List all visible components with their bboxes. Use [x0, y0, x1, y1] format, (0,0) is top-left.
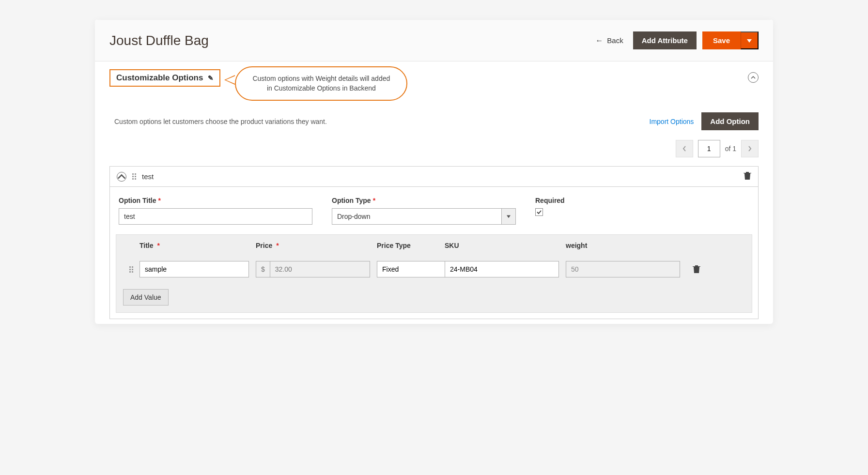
option-collapse-toggle[interactable]: [117, 172, 126, 182]
col-weight-label: weight: [566, 242, 687, 249]
callout-bubble: Custom options with Weight details will …: [235, 66, 407, 101]
value-price-input[interactable]: [270, 261, 370, 277]
option-type-select[interactable]: [332, 208, 516, 225]
option-title-label: Option Title*: [119, 197, 312, 204]
header-actions: ← Back Add Attribute Save: [595, 31, 759, 49]
col-sku-label: SKU: [445, 242, 566, 249]
trash-icon: [744, 171, 751, 180]
option-title-field: Option Title*: [119, 197, 312, 225]
drag-handle-icon: [129, 266, 133, 273]
option-type-field: Option Type*: [332, 197, 516, 225]
add-attribute-button[interactable]: Add Attribute: [633, 31, 697, 49]
col-title-label: Title *: [140, 242, 256, 249]
value-pricetype-select[interactable]: [377, 261, 438, 277]
required-asterisk: *: [155, 242, 160, 249]
option-block: test Option Title* Option Type*: [109, 166, 759, 319]
add-value-button[interactable]: Add Value: [123, 289, 169, 306]
value-row: $: [116, 256, 752, 282]
caret-down-icon: [747, 38, 752, 43]
caret-down-icon: [507, 215, 511, 218]
pager: of 1: [95, 140, 773, 166]
check-icon: [537, 210, 542, 215]
required-asterisk: *: [274, 242, 279, 249]
required-field: Required: [535, 197, 565, 225]
pager-prev-button[interactable]: [676, 140, 693, 157]
value-weight-input[interactable]: [566, 261, 680, 277]
chevron-up-icon: [117, 172, 126, 181]
page-header: Joust Duffle Bag ← Back Add Attribute Sa…: [95, 19, 773, 61]
values-block: Title * Price * Price Type SKU weight $: [116, 234, 752, 313]
drag-handle-icon[interactable]: [132, 173, 136, 180]
value-title-input[interactable]: [140, 261, 249, 277]
save-dropdown-toggle[interactable]: [741, 31, 759, 49]
pager-next-button[interactable]: [741, 140, 759, 157]
pencil-icon: ✎: [208, 74, 214, 82]
option-type-label: Option Type*: [332, 197, 516, 204]
option-title-input[interactable]: [119, 208, 312, 225]
section-header-row: Customizable Options ✎ Custom options wi…: [95, 61, 773, 106]
arrow-left-icon: ←: [595, 36, 603, 45]
callout-wrap: Custom options with Weight details will …: [235, 66, 407, 101]
chevron-left-icon: [682, 146, 686, 152]
description-row: Custom options let customers choose the …: [95, 106, 773, 140]
callout-line1: Custom options with Weight details will …: [252, 74, 390, 84]
values-footer: Add Value: [116, 282, 752, 312]
option-fields: Option Title* Option Type* Required: [110, 187, 758, 234]
value-price-group: $: [256, 261, 370, 277]
trash-icon: [693, 265, 700, 274]
option-type-value[interactable]: [332, 208, 501, 225]
pager-of-label: of 1: [725, 145, 736, 153]
col-pricetype-label: Price Type: [377, 242, 445, 249]
section-collapse-toggle[interactable]: [748, 72, 759, 83]
option-head: test: [110, 167, 758, 187]
chevron-right-icon: [748, 146, 752, 152]
option-type-dropdown-toggle[interactable]: [501, 208, 516, 225]
row-drag-handle[interactable]: [123, 266, 140, 273]
add-option-button[interactable]: Add Option: [701, 112, 759, 130]
delete-option-button[interactable]: [744, 171, 751, 182]
currency-prefix: $: [256, 261, 270, 277]
back-label: Back: [607, 36, 623, 45]
required-asterisk: *: [158, 197, 161, 204]
chevron-up-icon: [751, 75, 756, 80]
back-button[interactable]: ← Back: [595, 36, 623, 45]
import-options-link[interactable]: Import Options: [650, 118, 694, 125]
col-price-label: Price *: [256, 242, 377, 249]
callout-tail-icon: [224, 75, 235, 85]
description-text: Custom options let customers choose the …: [114, 118, 327, 125]
values-header: Title * Price * Price Type SKU weight: [116, 235, 752, 256]
callout-line2: in Customizable Options in Backend: [252, 84, 390, 93]
section-label: Customizable Options: [116, 73, 203, 83]
page-title: Joust Duffle Bag: [109, 33, 209, 48]
required-checkbox[interactable]: [535, 208, 543, 216]
save-button[interactable]: Save: [702, 31, 741, 49]
customizable-options-section-tag[interactable]: Customizable Options ✎: [109, 69, 220, 87]
admin-card: Joust Duffle Bag ← Back Add Attribute Sa…: [95, 19, 773, 324]
description-actions: Import Options Add Option: [650, 112, 759, 130]
delete-value-button[interactable]: [687, 265, 706, 274]
option-name: test: [142, 172, 154, 181]
required-asterisk: *: [373, 197, 375, 204]
required-label: Required: [535, 197, 565, 204]
pager-page-input[interactable]: [698, 140, 720, 157]
save-button-group: Save: [702, 31, 759, 49]
value-sku-input[interactable]: [445, 261, 559, 277]
